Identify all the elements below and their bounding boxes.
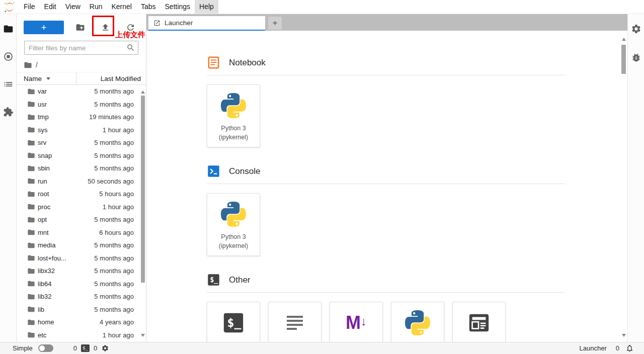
launcher-card-terminal[interactable]: Terminal <box>207 302 260 342</box>
file-name: srv <box>38 139 94 146</box>
sidebar-tab-table-of-contents[interactable] <box>2 78 14 90</box>
notifications-count[interactable]: 0 <box>616 344 619 352</box>
file-row[interactable]: snap5 months ago <box>17 149 146 162</box>
menu-edit[interactable]: Edit <box>40 0 61 14</box>
file-row[interactable]: root5 hours ago <box>17 188 146 201</box>
column-name-label: Name <box>24 75 42 82</box>
menu-view[interactable]: View <box>61 0 85 14</box>
card-row: Terminal Text File M↓ Markdown File <box>207 302 565 342</box>
table-of-contents-icon <box>3 79 14 90</box>
new-tab-button[interactable]: + <box>268 17 282 30</box>
session-counts[interactable]: 0 $_ 0 <box>73 344 109 352</box>
scrollbar-thumb[interactable] <box>141 96 145 283</box>
file-modified: 1 hour ago <box>103 203 134 211</box>
menu-kernel[interactable]: Kernel <box>107 0 136 14</box>
file-row[interactable]: lib645 months ago <box>17 278 146 291</box>
file-row[interactable]: mnt6 hours ago <box>17 226 146 239</box>
file-row[interactable]: lib5 months ago <box>17 303 146 316</box>
card-label: Python File <box>402 341 434 342</box>
launcher-card-contextual-help[interactable]: Show Contextual Help <box>452 302 506 342</box>
scroll-down-arrow-icon[interactable] <box>622 334 626 337</box>
jupyter-logo <box>0 0 19 14</box>
tab-launcher[interactable]: Launcher <box>148 16 265 31</box>
file-row[interactable]: var5 months ago <box>17 85 146 98</box>
breadcrumb-root[interactable]: / <box>36 61 38 69</box>
python-logo-icon <box>221 200 246 229</box>
terminal-icon <box>207 273 220 287</box>
sort-caret-icon <box>46 77 50 80</box>
launcher-panel: Notebook Python 3 (ipykernel) Console <box>146 31 627 342</box>
simple-mode-label: Simple <box>13 344 33 352</box>
section-header: Console <box>207 164 565 178</box>
launcher-card-python-file[interactable]: Python File <box>391 302 444 342</box>
scroll-up-arrow-icon[interactable] <box>622 38 626 41</box>
file-row[interactable]: proc1 hour ago <box>17 201 146 214</box>
context-label: Launcher <box>580 344 607 352</box>
sidebar-tab-extensions[interactable] <box>2 106 14 118</box>
file-row[interactable]: etc1 hour ago <box>17 329 146 342</box>
launcher-card-console-python3[interactable]: Python 3 (ipykernel) <box>207 193 260 256</box>
sidebar-tab-property-inspector[interactable] <box>630 23 642 35</box>
new-folder-button[interactable] <box>72 20 89 35</box>
sidebar-tab-running-sessions[interactable] <box>2 50 14 62</box>
menu-tabs[interactable]: Tabs <box>136 0 160 14</box>
file-row[interactable]: libx325 months ago <box>17 264 146 278</box>
file-row[interactable]: lib325 months ago <box>17 290 146 303</box>
menu-run[interactable]: Run <box>85 0 107 14</box>
file-name: snap <box>38 152 94 159</box>
menu-settings[interactable]: Settings <box>160 0 195 14</box>
section-header: Other <box>207 273 565 287</box>
launcher-card-markdown-file[interactable]: M↓ Markdown File <box>330 302 383 342</box>
simple-mode-toggle[interactable] <box>38 344 53 352</box>
terminal-icon <box>222 308 245 337</box>
folder-icon <box>27 139 35 147</box>
file-row[interactable]: media5 months ago <box>17 239 146 252</box>
file-list-scrollbar[interactable] <box>140 88 145 344</box>
bell-icon[interactable] <box>625 344 634 352</box>
markdown-icon: M↓ <box>346 308 367 337</box>
new-folder-icon <box>75 23 85 32</box>
file-modified: 5 months ago <box>94 267 134 275</box>
card-label: Show Contextual Help <box>455 341 503 342</box>
file-row[interactable]: sys1 hour ago <box>17 124 146 137</box>
extensions-puzzle-icon <box>3 107 14 117</box>
upload-button[interactable] <box>97 20 114 35</box>
file-row[interactable]: srv5 months ago <box>17 136 146 149</box>
launcher-card-text-file[interactable]: Text File <box>268 302 321 342</box>
card-row: Python 3 (ipykernel) <box>207 84 565 147</box>
column-header-name[interactable]: Name <box>17 72 76 84</box>
menu-help[interactable]: Help <box>195 0 218 14</box>
file-row[interactable]: run50 seconds ago <box>17 175 146 188</box>
file-modified: 4 years ago <box>100 318 134 326</box>
file-modified: 5 months ago <box>94 101 134 108</box>
console-icon <box>207 164 220 178</box>
menu-file[interactable]: File <box>19 0 40 14</box>
scroll-down-arrow-icon[interactable] <box>141 334 145 337</box>
main-scrollbar[interactable] <box>620 31 627 342</box>
scroll-up-arrow-icon[interactable] <box>141 91 145 94</box>
launcher-card-notebook-python3[interactable]: Python 3 (ipykernel) <box>207 84 260 147</box>
file-row[interactable]: sbin5 months ago <box>17 162 146 175</box>
column-header-last-modified[interactable]: Last Modified <box>76 75 146 82</box>
file-name: libx32 <box>38 267 94 275</box>
file-modified: 5 months ago <box>94 280 134 288</box>
file-name: sbin <box>38 164 94 172</box>
main-area: Launcher + Notebook Python 3 (ipykernel) <box>146 14 627 342</box>
file-row[interactable]: lost+fou...5 months ago <box>17 252 146 265</box>
file-row[interactable]: tmp19 minutes ago <box>17 111 146 124</box>
folder-icon <box>27 216 35 224</box>
new-launcher-button[interactable]: + <box>24 21 64 34</box>
search-icon <box>126 43 135 52</box>
file-list-header: Name Last Modified <box>17 72 146 85</box>
home-folder-icon[interactable] <box>24 61 32 69</box>
sidebar-tab-file-browser[interactable] <box>2 23 14 35</box>
file-row[interactable]: home4 years ago <box>17 316 146 329</box>
scrollbar-thumb[interactable] <box>621 45 626 74</box>
filter-files-input[interactable] <box>24 41 138 55</box>
file-row[interactable]: opt5 months ago <box>17 213 146 226</box>
file-modified: 5 months ago <box>94 87 134 95</box>
tab-bar: Launcher + <box>146 14 627 31</box>
sidebar-tab-debugger[interactable] <box>630 51 642 63</box>
file-browser-toolbar: + 上传文件 <box>17 14 146 37</box>
file-row[interactable]: usr5 months ago <box>17 98 146 111</box>
